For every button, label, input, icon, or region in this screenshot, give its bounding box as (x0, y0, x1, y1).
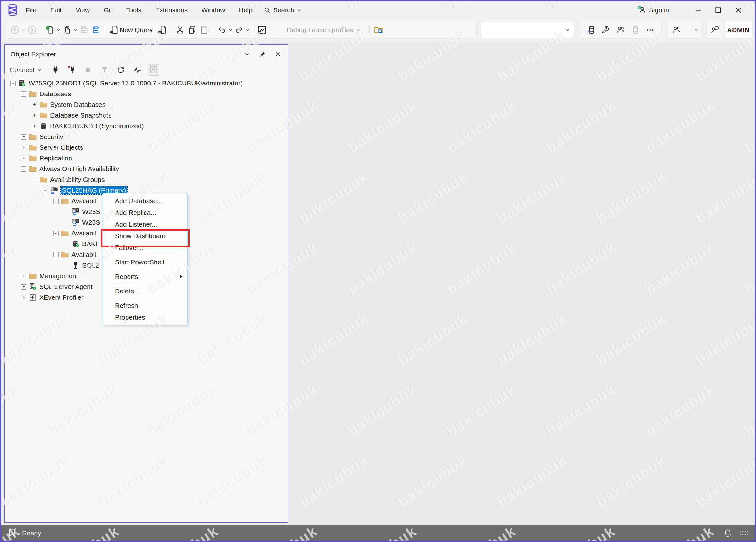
accounts-chevron-icon[interactable] (694, 27, 699, 32)
toolbar-combobox[interactable] (481, 22, 574, 38)
new-file-chevron-icon[interactable] (56, 27, 61, 32)
window-position-chevron-icon[interactable] (244, 51, 250, 57)
users-button[interactable] (615, 26, 627, 34)
debug-profiles-chevron-icon[interactable] (356, 27, 361, 32)
tree-item-bakicubukdb[interactable]: + BAKICUBUKDB (Synchronized) (5, 121, 287, 131)
paste-button[interactable] (198, 26, 210, 34)
resize-grip[interactable] (740, 531, 748, 535)
admin-button[interactable]: ADMIN (727, 26, 749, 34)
expand-icon[interactable]: + (21, 295, 26, 300)
notifications-bell-icon[interactable] (723, 529, 732, 538)
menu-tools[interactable]: Tools (125, 5, 142, 15)
expand-icon[interactable]: + (21, 274, 26, 279)
refresh-button[interactable] (115, 66, 127, 74)
expand-icon[interactable]: + (32, 123, 37, 129)
vs-database-button[interactable] (585, 26, 597, 34)
collapse-icon[interactable]: - (43, 188, 48, 193)
tree-item-replication[interactable]: + Replication (5, 153, 287, 163)
pin-icon[interactable] (259, 51, 266, 58)
save-button[interactable] (78, 26, 90, 34)
collapse-icon[interactable]: - (32, 177, 37, 182)
close-button[interactable] (728, 3, 748, 17)
expand-icon[interactable]: + (21, 145, 26, 150)
accounts-button[interactable] (670, 26, 682, 34)
undo-button[interactable] (216, 26, 228, 34)
stop-button[interactable] (82, 66, 94, 74)
tree-item-system-databases[interactable]: + System Databases (5, 99, 287, 110)
tree-item-availability-groups[interactable]: - Availability Groups (5, 174, 287, 185)
collapse-icon[interactable]: - (53, 231, 59, 236)
copy-button[interactable] (186, 26, 198, 34)
menu-item-delete[interactable]: Delete... (103, 285, 187, 297)
title-search[interactable]: Search (264, 6, 302, 14)
database-disabled-button[interactable] (629, 26, 641, 34)
feedback-button[interactable] (709, 26, 721, 34)
new-query-button[interactable]: New Query (108, 26, 156, 34)
connect-object-explorer-button[interactable] (49, 66, 61, 74)
tree-item-server-objects[interactable]: + Server Objects (5, 142, 287, 153)
menu-window[interactable]: Window (201, 5, 226, 15)
cut-button[interactable] (174, 26, 186, 34)
configure-tools-button[interactable] (600, 26, 612, 34)
collapse-icon[interactable]: - (53, 198, 59, 204)
panel-close-icon[interactable] (275, 51, 281, 58)
menu-item-add-database[interactable]: Add Database... (103, 195, 187, 207)
menu-view[interactable]: View (75, 5, 90, 15)
navigate-back-button[interactable] (9, 26, 21, 34)
menu-item-refresh[interactable]: Refresh (103, 300, 187, 311)
disconnect-button[interactable] (66, 66, 78, 74)
expand-icon[interactable]: + (32, 113, 37, 118)
menu-item-start-powershell[interactable]: Start PowerShell (103, 256, 187, 268)
tree-item-security[interactable]: + Security (5, 131, 287, 142)
menu-item-reports[interactable]: Reports (103, 271, 187, 283)
debug-launch-profiles-dropdown[interactable]: Debug Launch profiles (287, 26, 353, 34)
redo-chevron-icon[interactable] (245, 27, 250, 32)
menu-separator (107, 269, 183, 269)
expand-icon[interactable]: + (21, 284, 26, 290)
more-options-button[interactable] (644, 26, 656, 34)
new-query-current-connection-button[interactable] (156, 26, 168, 34)
open-file-chevron-icon[interactable] (73, 27, 78, 32)
menu-extensions[interactable]: Extensions (155, 5, 188, 15)
tree-item-alwayson[interactable]: - Always On High Availability (5, 163, 287, 174)
minimize-button[interactable] (688, 3, 708, 17)
activity-monitor-button[interactable] (131, 66, 143, 74)
expand-icon[interactable]: + (21, 156, 26, 161)
open-file-button[interactable] (61, 26, 73, 34)
filter-button[interactable] (99, 66, 111, 74)
expand-icon[interactable]: + (32, 102, 37, 107)
collapse-icon[interactable]: - (21, 166, 26, 172)
menu-git[interactable]: Git (103, 5, 113, 15)
plug-disconnect-icon (67, 66, 76, 74)
collapse-icon[interactable]: - (21, 91, 26, 97)
menu-help[interactable]: Help (238, 5, 253, 15)
find-in-files-button[interactable] (372, 26, 384, 34)
maximize-button[interactable] (708, 3, 728, 17)
watermark-text: bakicubuk (295, 168, 371, 226)
collapse-icon[interactable]: - (10, 81, 16, 86)
collapse-icon[interactable]: - (53, 252, 59, 257)
connect-dropdown[interactable]: Connect (10, 66, 42, 74)
save-all-button[interactable] (90, 26, 102, 34)
undo-chevron-icon[interactable] (228, 27, 233, 32)
menu-item-add-replica[interactable]: Add Replica... (103, 207, 187, 218)
redo-button[interactable] (233, 26, 245, 34)
registered-servers-button[interactable] (148, 64, 159, 76)
execution-plan-button[interactable] (256, 26, 268, 34)
stop-icon (84, 66, 93, 74)
navigate-forward-button[interactable] (26, 26, 38, 34)
expand-icon[interactable]: + (21, 134, 26, 140)
new-file-button[interactable] (44, 26, 56, 34)
menu-item-properties[interactable]: Properties (103, 311, 187, 323)
tree-item-server[interactable]: - W25SQL25NOD1 (SQL Server 17.0.1000.7 -… (5, 78, 287, 88)
back-dropdown-chevron-icon[interactable] (21, 27, 26, 32)
save-icon (80, 26, 88, 34)
menu-item-add-listener[interactable]: Add Listener... (103, 218, 187, 230)
sign-in-button[interactable]: Sign in (638, 6, 669, 14)
tree-item-databases[interactable]: - Databases (5, 88, 287, 99)
tree-item-database-snapshots[interactable]: + Database Snapshots (5, 110, 287, 121)
watermark-text: bakicubuk (394, 310, 470, 368)
menu-file[interactable]: File (25, 5, 37, 15)
sign-in-label: Sign in (649, 6, 669, 14)
menu-edit[interactable]: Edit (50, 5, 62, 15)
